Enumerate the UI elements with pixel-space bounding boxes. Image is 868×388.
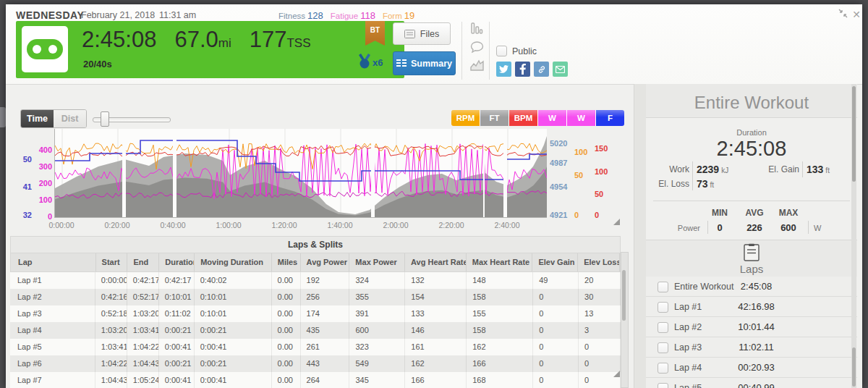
table-cell: 166 (467, 355, 533, 372)
lap-checkbox[interactable] (658, 363, 668, 374)
table-scrollbar-thumb[interactable] (622, 270, 626, 321)
lap-list-item[interactable]: Lap #142:16.98 (646, 297, 857, 317)
share-icons (496, 62, 568, 77)
link-icon[interactable] (534, 62, 549, 77)
axis_temp-tick: 41 (14, 182, 32, 191)
channel-button-w-3[interactable]: W (538, 110, 567, 126)
column-header: Moving Duration (195, 253, 272, 271)
elloss-label: El. Loss (646, 179, 689, 189)
table-row[interactable]: Lap #20:42:160:52:170:10:010:10:010.0025… (10, 289, 621, 305)
channel-button-ft-1[interactable]: FT (480, 110, 509, 126)
table-cell: 0:42:17 (127, 272, 159, 289)
lap-duration: 10:01.44 (722, 321, 791, 332)
table-row[interactable]: Lap #41:03:201:03:410:00:210:00:210.0043… (10, 322, 621, 339)
lap-checkbox[interactable] (658, 302, 668, 313)
table-cell: 132 (405, 272, 467, 289)
table-cell: 1:05:24 (127, 372, 159, 388)
table-cell: 49 (533, 272, 579, 289)
table-row[interactable]: Lap #71:04:431:05:240:00:410:00:410.0026… (10, 372, 621, 388)
table-cell: 0:00:21 (195, 355, 272, 372)
workout-banner[interactable]: 2:45:08 67.0 mi 177 TSS 20/40s BT x6 (16, 21, 404, 78)
channel-button-w-4[interactable]: W (567, 110, 596, 126)
table-cell: Lap #3 (10, 305, 95, 322)
weekday-label: WEDNESDAY (16, 9, 84, 21)
dist-toggle[interactable]: Dist (54, 110, 86, 127)
table-scrollbar (621, 252, 629, 388)
table-cell: 0:00:41 (195, 339, 272, 355)
axis_cadence-tick: 100 (574, 148, 592, 156)
table-cell: 3 (579, 322, 621, 339)
table-row[interactable]: Lap #51:03:411:04:220:00:410:00:410.0026… (10, 339, 621, 355)
table-cell: 391 (349, 305, 405, 322)
channel-button-bpm-2[interactable]: BPM (509, 110, 538, 126)
max-header: MAX (772, 208, 805, 218)
table-cell: 0.00 (272, 322, 301, 339)
table-cell: 0:52:18 (95, 305, 127, 322)
table-cell: 158 (467, 322, 533, 339)
summary-title: Entire Workout (646, 93, 857, 113)
table-header-row: LapStartEndDurationMoving DurationMilesA… (10, 253, 621, 272)
summary-button[interactable]: Summary (393, 51, 456, 75)
trend-chart-icon[interactable] (470, 59, 484, 71)
axis_elev-tick: 5020 (550, 139, 573, 148)
table-title: Laps & Splits (10, 236, 621, 253)
workout-graph-plot[interactable] (54, 129, 547, 218)
table-cell: 1:04:22 (127, 339, 159, 355)
lap-list-item[interactable]: Lap #400:20.93 (646, 358, 857, 378)
xaxis-mode-toggle: Time Dist (20, 109, 87, 128)
duration-value: 2:45:08 (82, 27, 156, 53)
collapse-icon[interactable] (837, 9, 848, 20)
column-header: Max Heart Rate (467, 253, 533, 271)
lap-list-item[interactable]: Lap #210:01.44 (646, 317, 857, 337)
chart-resize-handle[interactable] (613, 219, 620, 225)
files-label: Files (420, 29, 439, 39)
files-button[interactable]: Files (393, 22, 451, 45)
lap-list-item[interactable]: Entire Workout2:45:08 (646, 277, 857, 297)
bar-chart-icon[interactable] (470, 22, 483, 35)
channel-button-rpm-0[interactable]: RPM (451, 110, 480, 126)
axis_power-tick: 300 (33, 162, 52, 171)
twitter-icon[interactable] (496, 62, 511, 77)
axis_cadence-tick: 50 (574, 171, 592, 180)
table-row[interactable]: Lap #61:04:221:04:430:00:210:00:210.0044… (10, 355, 621, 372)
table-cell: 324 (349, 272, 405, 289)
time-toggle[interactable]: Time (21, 110, 54, 127)
divider (808, 221, 809, 234)
smoothing-slider-handle[interactable] (101, 111, 109, 127)
public-checkbox[interactable] (496, 46, 507, 56)
email-icon[interactable] (553, 62, 568, 77)
laps-scrollbar-thumb[interactable] (852, 347, 856, 387)
panel-scrollbar-thumb[interactable] (852, 86, 856, 182)
table-cell: Lap #5 (10, 339, 95, 355)
lap-checkbox[interactable] (658, 342, 668, 353)
axis_hr-tick: 100 (595, 167, 613, 176)
side-panel-handle[interactable] (0, 107, 6, 127)
metric-value: 128 (307, 10, 323, 21)
lap-duration: 11:02.11 (722, 342, 791, 353)
column-header: Duration (159, 253, 195, 271)
facebook-icon[interactable] (515, 62, 530, 77)
x-axis-tick: 0:20:00 (95, 221, 139, 229)
lap-label: Lap #4 (674, 363, 702, 373)
lap-list-item[interactable]: Lap #311:02.11 (646, 337, 857, 358)
table-cell: 13 (579, 305, 621, 322)
close-icon[interactable]: ✕ (851, 9, 862, 20)
table-cell: 435 (301, 322, 350, 339)
power-avg: 226 (738, 222, 771, 233)
lap-list-item[interactable]: Lap #500:40.99 (646, 378, 857, 388)
lap-checkbox[interactable] (658, 282, 668, 292)
table-row[interactable]: Lap #10:00:000:42:170:42:170:40:020.0019… (10, 272, 621, 289)
lap-checkbox[interactable] (658, 383, 668, 388)
pmc-metrics: Fitness128Fatigue118Form19 (278, 10, 422, 21)
channel-button-f-5[interactable]: F (596, 110, 624, 126)
table-row[interactable]: Lap #30:52:181:03:200:11:020:10:010.0017… (10, 305, 621, 322)
axis_power-tick: 200 (33, 179, 52, 187)
comment-icon[interactable] (470, 41, 484, 53)
laps-splits-table: Laps & Splits LapStartEndDurationMoving … (10, 236, 621, 388)
table-resize-handle[interactable] (613, 371, 620, 377)
x-axis-tick: 0:40:00 (151, 221, 195, 229)
column-header: Start (96, 253, 128, 271)
x-axis-tick: 2:00:00 (374, 221, 417, 229)
column-header: Max Power (349, 253, 405, 271)
lap-checkbox[interactable] (658, 322, 668, 333)
